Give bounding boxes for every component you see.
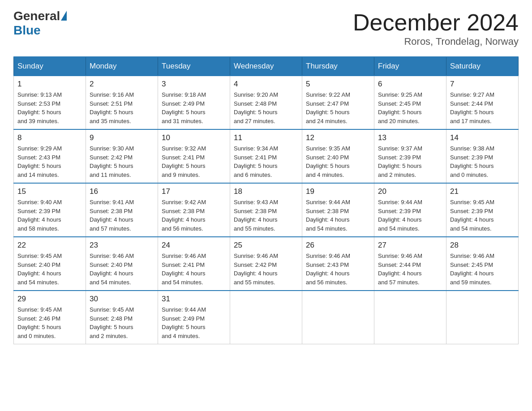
day-info: Sunrise: 9:44 AMSunset: 2:38 PMDaylight:…: [306, 198, 370, 233]
day-info: Sunrise: 9:46 AMSunset: 2:42 PMDaylight:…: [234, 252, 298, 287]
day-number: 10: [162, 133, 226, 142]
day-number: 16: [90, 187, 154, 196]
week-row-5: 29 Sunrise: 9:45 AMSunset: 2:46 PMDaylig…: [14, 291, 519, 344]
calendar-cell: 31 Sunrise: 9:44 AMSunset: 2:49 PMDaylig…: [158, 291, 230, 344]
day-number: 5: [306, 80, 370, 89]
calendar-cell: 28 Sunrise: 9:46 AMSunset: 2:45 PMDaylig…: [446, 237, 519, 291]
header-saturday: Saturday: [446, 57, 519, 76]
calendar-cell: 30 Sunrise: 9:45 AMSunset: 2:48 PMDaylig…: [86, 291, 158, 344]
page-header: General Blue December 2024 Roros, Tronde…: [13, 9, 519, 47]
day-info: Sunrise: 9:42 AMSunset: 2:38 PMDaylight:…: [162, 198, 226, 233]
day-info: Sunrise: 9:20 AMSunset: 2:48 PMDaylight:…: [234, 90, 298, 125]
calendar-cell: [374, 291, 446, 344]
day-info: Sunrise: 9:46 AMSunset: 2:40 PMDaylight:…: [90, 252, 154, 287]
day-info: Sunrise: 9:35 AMSunset: 2:40 PMDaylight:…: [306, 144, 370, 179]
calendar-cell: 23 Sunrise: 9:46 AMSunset: 2:40 PMDaylig…: [86, 237, 158, 291]
calendar-cell: 4 Sunrise: 9:20 AMSunset: 2:48 PMDayligh…: [230, 76, 302, 129]
day-info: Sunrise: 9:22 AMSunset: 2:47 PMDaylight:…: [306, 90, 370, 125]
day-info: Sunrise: 9:13 AMSunset: 2:53 PMDaylight:…: [17, 90, 82, 125]
day-info: Sunrise: 9:34 AMSunset: 2:41 PMDaylight:…: [234, 144, 298, 179]
day-number: 15: [17, 187, 82, 196]
calendar-cell: 25 Sunrise: 9:46 AMSunset: 2:42 PMDaylig…: [230, 237, 302, 291]
day-number: 19: [306, 187, 370, 196]
day-info: Sunrise: 9:45 AMSunset: 2:40 PMDaylight:…: [17, 252, 82, 287]
calendar-cell: 17 Sunrise: 9:42 AMSunset: 2:38 PMDaylig…: [158, 183, 230, 237]
calendar-cell: 18 Sunrise: 9:43 AMSunset: 2:38 PMDaylig…: [230, 183, 302, 237]
day-number: 23: [90, 241, 154, 250]
day-info: Sunrise: 9:32 AMSunset: 2:41 PMDaylight:…: [162, 144, 226, 179]
calendar-cell: 14 Sunrise: 9:38 AMSunset: 2:39 PMDaylig…: [446, 129, 519, 183]
day-info: Sunrise: 9:46 AMSunset: 2:45 PMDaylight:…: [450, 252, 515, 287]
calendar-cell: 2 Sunrise: 9:16 AMSunset: 2:51 PMDayligh…: [86, 76, 158, 129]
day-number: 28: [450, 241, 515, 250]
logo-general: General: [13, 9, 60, 23]
calendar-cell: 12 Sunrise: 9:35 AMSunset: 2:40 PMDaylig…: [302, 129, 374, 183]
calendar-cell: 8 Sunrise: 9:29 AMSunset: 2:43 PMDayligh…: [14, 129, 86, 183]
day-number: 11: [234, 133, 298, 142]
header-sunday: Sunday: [14, 57, 86, 76]
calendar-cell: 11 Sunrise: 9:34 AMSunset: 2:41 PMDaylig…: [230, 129, 302, 183]
day-info: Sunrise: 9:29 AMSunset: 2:43 PMDaylight:…: [17, 144, 82, 179]
day-info: Sunrise: 9:16 AMSunset: 2:51 PMDaylight:…: [90, 90, 154, 125]
month-title: December 2024: [353, 9, 519, 36]
header-monday: Monday: [86, 57, 158, 76]
day-info: Sunrise: 9:27 AMSunset: 2:44 PMDaylight:…: [450, 90, 515, 125]
day-number: 14: [450, 133, 515, 142]
title-section: December 2024 Roros, Trondelag, Norway: [353, 9, 519, 47]
header-friday: Friday: [374, 57, 446, 76]
calendar-cell: 20 Sunrise: 9:44 AMSunset: 2:39 PMDaylig…: [374, 183, 446, 237]
calendar-table: SundayMondayTuesdayWednesdayThursdayFrid…: [13, 56, 519, 344]
day-info: Sunrise: 9:45 AMSunset: 2:46 PMDaylight:…: [17, 305, 82, 340]
calendar-cell: 22 Sunrise: 9:45 AMSunset: 2:40 PMDaylig…: [14, 237, 86, 291]
day-number: 7: [450, 80, 515, 89]
day-info: Sunrise: 9:18 AMSunset: 2:49 PMDaylight:…: [162, 90, 226, 125]
day-info: Sunrise: 9:38 AMSunset: 2:39 PMDaylight:…: [450, 144, 515, 179]
header-thursday: Thursday: [302, 57, 374, 76]
day-info: Sunrise: 9:43 AMSunset: 2:38 PMDaylight:…: [234, 198, 298, 233]
calendar-cell: 5 Sunrise: 9:22 AMSunset: 2:47 PMDayligh…: [302, 76, 374, 129]
calendar-cell: 9 Sunrise: 9:30 AMSunset: 2:42 PMDayligh…: [86, 129, 158, 183]
day-number: 24: [162, 241, 226, 250]
day-info: Sunrise: 9:44 AMSunset: 2:49 PMDaylight:…: [162, 305, 226, 340]
day-info: Sunrise: 9:40 AMSunset: 2:39 PMDaylight:…: [17, 198, 82, 233]
calendar-cell: 16 Sunrise: 9:41 AMSunset: 2:38 PMDaylig…: [86, 183, 158, 237]
day-info: Sunrise: 9:46 AMSunset: 2:44 PMDaylight:…: [378, 252, 442, 287]
location-title: Roros, Trondelag, Norway: [353, 36, 519, 47]
day-info: Sunrise: 9:45 AMSunset: 2:48 PMDaylight:…: [90, 305, 154, 340]
day-info: Sunrise: 9:41 AMSunset: 2:38 PMDaylight:…: [90, 198, 154, 233]
day-number: 20: [378, 187, 442, 196]
day-number: 13: [378, 133, 442, 142]
week-row-2: 8 Sunrise: 9:29 AMSunset: 2:43 PMDayligh…: [14, 129, 519, 183]
day-number: 30: [90, 295, 154, 304]
calendar-cell: 3 Sunrise: 9:18 AMSunset: 2:49 PMDayligh…: [158, 76, 230, 129]
day-number: 31: [162, 295, 226, 304]
day-number: 26: [306, 241, 370, 250]
day-number: 22: [17, 241, 82, 250]
day-info: Sunrise: 9:46 AMSunset: 2:41 PMDaylight:…: [162, 252, 226, 287]
calendar-cell: 24 Sunrise: 9:46 AMSunset: 2:41 PMDaylig…: [158, 237, 230, 291]
day-info: Sunrise: 9:30 AMSunset: 2:42 PMDaylight:…: [90, 144, 154, 179]
header-tuesday: Tuesday: [158, 57, 230, 76]
calendar-cell: 21 Sunrise: 9:45 AMSunset: 2:39 PMDaylig…: [446, 183, 519, 237]
day-info: Sunrise: 9:46 AMSunset: 2:43 PMDaylight:…: [306, 252, 370, 287]
day-info: Sunrise: 9:25 AMSunset: 2:45 PMDaylight:…: [378, 90, 442, 125]
day-number: 2: [90, 80, 154, 89]
day-number: 21: [450, 187, 515, 196]
calendar-cell: 27 Sunrise: 9:46 AMSunset: 2:44 PMDaylig…: [374, 237, 446, 291]
day-number: 18: [234, 187, 298, 196]
day-number: 27: [378, 241, 442, 250]
calendar-cell: 7 Sunrise: 9:27 AMSunset: 2:44 PMDayligh…: [446, 76, 519, 129]
day-number: 1: [17, 80, 82, 89]
week-row-3: 15 Sunrise: 9:40 AMSunset: 2:39 PMDaylig…: [14, 183, 519, 237]
day-number: 29: [17, 295, 82, 304]
calendar-cell: [446, 291, 519, 344]
day-number: 25: [234, 241, 298, 250]
day-info: Sunrise: 9:44 AMSunset: 2:39 PMDaylight:…: [378, 198, 442, 233]
calendar-cell: 1 Sunrise: 9:13 AMSunset: 2:53 PMDayligh…: [14, 76, 86, 129]
logo-blue: Blue: [13, 23, 67, 38]
logo: General Blue: [13, 9, 67, 38]
day-number: 4: [234, 80, 298, 89]
day-number: 12: [306, 133, 370, 142]
calendar-cell: 6 Sunrise: 9:25 AMSunset: 2:45 PMDayligh…: [374, 76, 446, 129]
calendar-cell: [302, 291, 374, 344]
